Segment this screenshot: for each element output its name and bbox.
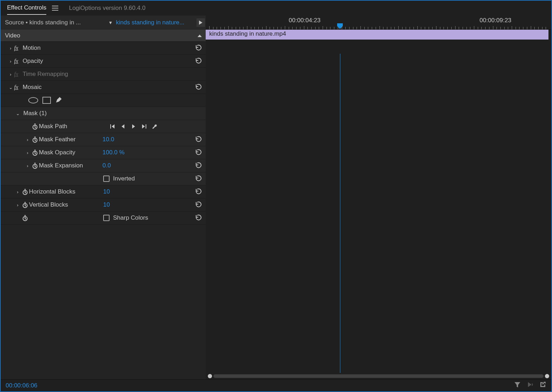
chevron-down-icon[interactable]: ▾ xyxy=(107,19,114,26)
property-label: Horizontal Blocks xyxy=(29,188,75,195)
twirl-icon[interactable]: › xyxy=(24,150,31,155)
pen-mask-icon[interactable] xyxy=(55,96,63,105)
effect-motion[interactable]: › fx Motion xyxy=(1,42,206,55)
scroll-handle-left[interactable] xyxy=(208,374,212,378)
mask-shape-tools xyxy=(1,94,206,107)
rectangle-mask-icon[interactable] xyxy=(42,97,51,104)
property-label: Mask Expansion xyxy=(39,162,83,169)
property-value[interactable]: 10 xyxy=(103,188,110,195)
filter-icon[interactable] xyxy=(514,381,521,390)
fx-icon: fx xyxy=(14,71,23,77)
mask-opacity-row: › Mask Opacity 100.0 % xyxy=(1,146,206,159)
collapse-up-icon[interactable] xyxy=(197,32,202,39)
twirl-icon[interactable]: › xyxy=(7,72,14,77)
video-section-header[interactable]: Video xyxy=(1,30,206,42)
property-label: Mask Feather xyxy=(39,136,76,143)
stopwatch-icon[interactable] xyxy=(31,124,39,130)
export-icon[interactable] xyxy=(539,381,546,390)
sharp-colors-checkbox[interactable] xyxy=(103,215,110,221)
reset-icon[interactable] xyxy=(195,83,202,91)
reset-icon[interactable] xyxy=(195,175,202,183)
ellipse-mask-icon[interactable] xyxy=(28,97,38,103)
scroll-track[interactable] xyxy=(213,374,544,378)
twirl-icon[interactable]: › xyxy=(24,163,31,168)
tab-effect-controls[interactable]: Effect Controls xyxy=(7,1,46,15)
effect-label: Mosaic xyxy=(23,84,42,91)
time-ruler[interactable]: 00:00:04:23 00:00:09:23 xyxy=(206,16,551,30)
horizontal-blocks-row: › Horizontal Blocks 10 xyxy=(1,185,206,198)
property-value[interactable]: 10.0 xyxy=(102,136,114,143)
reset-icon[interactable] xyxy=(195,57,202,65)
twirl-icon[interactable]: › xyxy=(24,137,31,142)
timeline-panel: 00:00:04:23 00:00:09:23 kinds standing i… xyxy=(206,16,551,379)
mask-inverted-row: Inverted xyxy=(1,172,206,185)
reset-icon[interactable] xyxy=(195,162,202,170)
playhead-line[interactable] xyxy=(340,54,340,373)
panel-menu-icon[interactable] xyxy=(52,6,58,11)
prev-keyframe-icon[interactable] xyxy=(110,124,115,129)
effect-mosaic[interactable]: ⌄ fx Mosaic xyxy=(1,81,206,94)
clip-bar[interactable]: kinds standing in nature.mp4 xyxy=(206,30,548,40)
effect-label: Opacity xyxy=(23,58,43,65)
property-label: Mask Opacity xyxy=(39,149,75,156)
panel-header: Effect Controls LogiOptions version 9.60… xyxy=(1,1,551,16)
vertical-blocks-row: › Vertical Blocks 10 xyxy=(1,198,206,212)
version-label: LogiOptions version 9.60.4.0 xyxy=(69,5,145,12)
twirl-icon[interactable]: › xyxy=(14,189,21,195)
effect-controls-panel: Source • kinds standing in ... ▾ kinds s… xyxy=(1,16,206,379)
sharp-colors-row: Sharp Colors xyxy=(1,212,206,225)
property-label: Mask Path xyxy=(39,123,67,130)
play-only-icon[interactable] xyxy=(527,381,534,390)
reset-icon[interactable] xyxy=(195,44,202,52)
svg-rect-1 xyxy=(110,124,111,129)
effect-label: Time Remapping xyxy=(23,71,68,78)
stopwatch-icon[interactable] xyxy=(31,137,39,143)
twirl-open-icon[interactable]: ⌄ xyxy=(7,85,14,90)
reset-icon[interactable] xyxy=(195,201,202,209)
timeline-zoom-scrollbar[interactable] xyxy=(206,373,551,379)
scroll-handle-right[interactable] xyxy=(545,374,549,378)
property-label: Sharp Colors xyxy=(113,214,148,221)
effect-label: Motion xyxy=(23,44,41,52)
reset-icon[interactable] xyxy=(195,149,202,157)
stopwatch-icon[interactable] xyxy=(21,189,29,195)
fx-icon: fx xyxy=(14,45,23,51)
reset-icon[interactable] xyxy=(195,136,202,144)
stopwatch-icon[interactable] xyxy=(31,163,39,169)
property-value[interactable]: 0.0 xyxy=(102,162,111,169)
stopwatch-icon[interactable] xyxy=(21,215,29,221)
fx-icon: fx xyxy=(14,84,23,90)
wrench-icon[interactable] xyxy=(152,124,158,129)
effect-opacity[interactable]: › fx Opacity xyxy=(1,55,206,68)
twirl-open-icon[interactable]: ⌄ xyxy=(14,111,21,116)
twirl-icon[interactable]: › xyxy=(7,59,14,64)
source-label: Source • kinds standing in ... xyxy=(5,19,107,26)
svg-rect-2 xyxy=(146,124,146,129)
ruler-label-1: 00:00:04:23 xyxy=(289,17,321,24)
reset-icon[interactable] xyxy=(195,188,202,196)
effect-time-remapping[interactable]: › fx Time Remapping xyxy=(1,68,206,81)
stopwatch-icon[interactable] xyxy=(21,202,29,208)
twirl-icon[interactable]: › xyxy=(14,202,21,208)
mask-feather-row: › Mask Feather 10.0 xyxy=(1,133,206,146)
step-fwd-icon[interactable] xyxy=(141,124,147,129)
twirl-icon[interactable]: › xyxy=(7,46,14,51)
play-icon[interactable] xyxy=(196,18,205,27)
panel-footer: 00:00:06:06 xyxy=(1,379,551,391)
mask-1[interactable]: ⌄ Mask (1) xyxy=(1,107,206,120)
source-sequence-row: Source • kinds standing in ... ▾ kinds s… xyxy=(1,16,206,30)
video-section-label: Video xyxy=(5,32,20,39)
play-keyframe-icon[interactable] xyxy=(131,124,136,129)
property-value[interactable]: 100.0 % xyxy=(102,149,124,156)
stopwatch-icon[interactable] xyxy=(31,150,39,156)
current-timecode[interactable]: 00:00:06:06 xyxy=(6,382,37,389)
property-value[interactable]: 10 xyxy=(103,201,110,208)
property-label: Inverted xyxy=(113,175,135,182)
mask-expansion-row: › Mask Expansion 0.0 xyxy=(1,159,206,172)
reset-icon[interactable] xyxy=(195,214,202,222)
step-back-icon[interactable] xyxy=(120,124,126,129)
property-label: Vertical Blocks xyxy=(29,201,68,208)
ruler-label-2: 00:00:09:23 xyxy=(480,17,511,24)
inverted-checkbox[interactable] xyxy=(103,176,110,182)
sequence-name[interactable]: kinds standing in nature... xyxy=(116,19,194,26)
